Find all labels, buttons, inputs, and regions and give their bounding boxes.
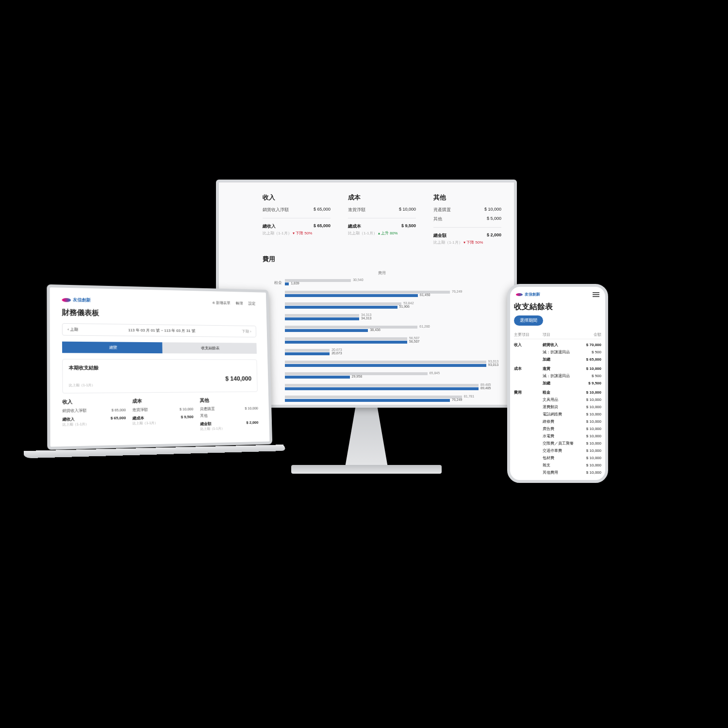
brand-logo: 友信創新 bbox=[62, 297, 91, 303]
chart-bar-row: 81,78176,249 bbox=[263, 394, 501, 404]
table-row: 成本進貨$ 10,000 bbox=[514, 363, 601, 372]
prev-period-button[interactable]: ‹ 上期 bbox=[67, 327, 78, 332]
chart-bar-row: 34,31334,313 bbox=[263, 313, 501, 322]
tab-statement[interactable]: 收支結餘表 bbox=[162, 342, 257, 354]
period-range: 113 年 03 月 01 號 ~ 113 年 03 月 31 號 bbox=[83, 327, 237, 334]
phone: 友信創新 收支結餘表 選擇期間 主要項目 項目 金額 收入銷貨收入$ 70,00… bbox=[507, 284, 608, 483]
table-row: 費用租金$ 10,000 bbox=[514, 387, 601, 396]
lap-revenue: 收入 銷貨收入淨額$ 65,000 總收入$ 65,000 比上期（1-1月） bbox=[62, 398, 126, 434]
brand-logo-mobile: 友信創新 bbox=[516, 292, 540, 297]
table-row: 文具用品$ 10,000 bbox=[514, 396, 601, 403]
chart-bar-row: 56,50756,507 bbox=[263, 336, 501, 346]
table-row: 加總$ 9,500 bbox=[514, 380, 601, 387]
table-row: 水電費$ 10,000 bbox=[514, 432, 601, 440]
nav-settings[interactable]: 設定 bbox=[248, 301, 256, 306]
table-row: 減：折讓退回品$ 500 bbox=[514, 348, 601, 356]
table-row: 雜支$ 10,000 bbox=[514, 462, 601, 469]
table-row: 廣告費$ 10,000 bbox=[514, 425, 601, 432]
other-title: 其他 bbox=[433, 193, 501, 202]
tab-overview[interactable]: 總覽 bbox=[62, 342, 163, 353]
chart-bar-row: 61,28038,436 bbox=[263, 324, 501, 334]
table-row: 包材費$ 10,000 bbox=[514, 454, 601, 462]
expense-bar-chart: 費用 租金30,5401,83976,24961,45053,84251,906… bbox=[263, 270, 501, 404]
nav-ledger[interactable]: 帳簿 bbox=[236, 301, 243, 306]
statement-table: 主要項目 項目 金額 收入銷貨收入$ 70,000減：折讓退回品$ 500加總$… bbox=[514, 331, 601, 476]
lap-other: 其他 資產購置$ 10,000 其他 總金額$ 2,000 比上期（1-1月） bbox=[199, 397, 258, 431]
page-title: 財務儀表板 bbox=[62, 308, 256, 320]
table-row: 維修費$ 10,000 bbox=[514, 418, 601, 425]
expense-section-title: 費用 bbox=[263, 255, 501, 264]
chart-bar-row: 65,84529,958 bbox=[263, 371, 501, 381]
table-row: 其他費用$ 10,000 bbox=[514, 469, 601, 476]
plus-icon: ⊕ bbox=[212, 300, 215, 305]
other-card: 其他 資產購置$ 10,000 其他$ 5,000 總金額$ 2,000 比上期… bbox=[433, 193, 501, 245]
laptop: 友信創新 ⊕ 新增表單 帳簿 設定 財務儀表板 ‹ 上期 113 年 03 月 … bbox=[47, 284, 272, 450]
lap-cost: 成本 進貨淨額$ 10,000 總成本$ 9,500 比上期（1-1月） bbox=[132, 397, 194, 432]
period-selector: ‹ 上期 113 年 03 月 01 號 ~ 113 年 03 月 31 號 下… bbox=[62, 323, 256, 337]
chart-bar-row: 76,24961,450 bbox=[263, 289, 501, 299]
menu-icon[interactable] bbox=[593, 292, 599, 297]
table-row: 減：折讓退回品$ 500 bbox=[514, 372, 601, 380]
table-row: 運費郵資$ 10,000 bbox=[514, 403, 601, 411]
cost-card: 成本 進貨淨額$ 10,000 總成本$ 9,500 比上期（1-1月） ▴ 上… bbox=[348, 193, 416, 245]
mobile-page-title: 收支結餘表 bbox=[514, 302, 601, 312]
table-row: 加總$ 65,000 bbox=[514, 356, 601, 363]
chart-bar-row: 93,01393,013 bbox=[263, 359, 501, 369]
chart-bar-row: 租金30,5401,839 bbox=[263, 278, 501, 287]
table-row: 收入銷貨收入$ 70,000 bbox=[514, 339, 601, 349]
chart-bar-row: 20,67320,673 bbox=[263, 347, 501, 357]
next-period-button[interactable]: 下期 › bbox=[242, 329, 251, 334]
select-period-button[interactable]: 選擇期間 bbox=[514, 315, 543, 326]
nav-add[interactable]: ⊕ 新增表單 bbox=[212, 300, 231, 305]
table-row: 交際費／員工聚餐$ 10,000 bbox=[514, 440, 601, 447]
revenue-title: 收入 bbox=[263, 193, 331, 202]
chart-bar-row: 89,48589,485 bbox=[263, 382, 501, 392]
table-row: 交通停車費$ 10,000 bbox=[514, 447, 601, 454]
table-row: 電話網路費$ 10,000 bbox=[514, 411, 601, 418]
revenue-card: 收入 銷貨收入淨額$ 65,000 總收入$ 65,000 比上期（1-1月） … bbox=[263, 193, 331, 245]
summary-panel: 本期收支結餘 $ 140,000 比上期（1-1月） bbox=[62, 359, 258, 394]
cost-title: 成本 bbox=[348, 193, 416, 202]
chart-bar-row: 53,84251,906 bbox=[263, 301, 501, 311]
